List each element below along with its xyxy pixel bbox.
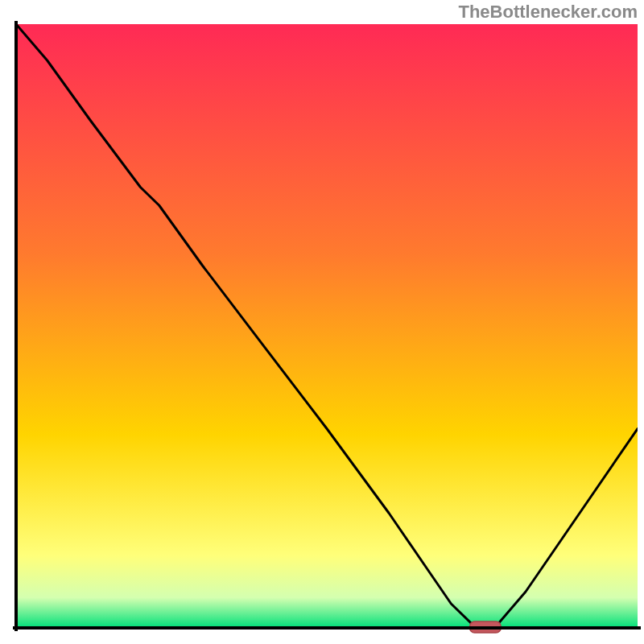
- chart-container: TheBottlenecker.com: [0, 0, 644, 644]
- gradient-background: [16, 24, 638, 628]
- bottleneck-chart: [0, 0, 644, 644]
- attribution-label: TheBottlenecker.com: [458, 2, 638, 23]
